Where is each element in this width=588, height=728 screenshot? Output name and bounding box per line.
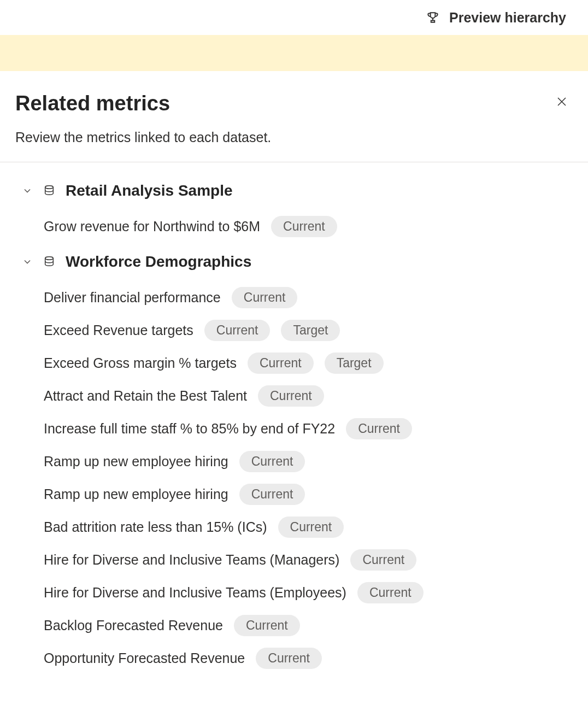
metric-label: Ramp up new employee hiring bbox=[44, 454, 228, 469]
metric-row: Backlog Forecasted Revenue Current bbox=[15, 614, 573, 637]
svg-point-0 bbox=[45, 186, 54, 189]
metric-label: Hire for Diverse and Inclusive Teams (Ma… bbox=[44, 552, 339, 568]
metric-row: Exceed Gross margin % targets Current Ta… bbox=[15, 351, 573, 374]
tag-current[interactable]: Current bbox=[232, 287, 298, 308]
metric-label: Exceed Revenue targets bbox=[44, 322, 193, 338]
metric-row: Ramp up new employee hiring Current bbox=[15, 450, 573, 473]
tag-current[interactable]: Current bbox=[346, 418, 412, 439]
notification-banner bbox=[0, 35, 588, 71]
preview-hierarchy-link[interactable]: Preview hierarchy bbox=[449, 10, 566, 26]
tag-current[interactable]: Current bbox=[357, 582, 424, 603]
metric-row: Opportunity Forecasted Revenue Current bbox=[15, 647, 573, 670]
chevron-down-icon bbox=[22, 256, 33, 267]
metric-label: Opportunity Forecasted Revenue bbox=[44, 650, 245, 666]
dataset-group: Retail Analysis Sample Grow revenue for … bbox=[15, 182, 573, 238]
dataset-header-retail[interactable]: Retail Analysis Sample bbox=[15, 182, 573, 199]
tag-current[interactable]: Current bbox=[258, 385, 324, 407]
dataset-group: Workforce Demographics Deliver financial… bbox=[15, 253, 573, 670]
database-icon bbox=[43, 255, 56, 268]
trophy-icon bbox=[425, 10, 440, 25]
metric-row: Hire for Diverse and Inclusive Teams (Em… bbox=[15, 581, 573, 604]
chevron-down-icon bbox=[22, 185, 33, 196]
tag-current[interactable]: Current bbox=[350, 549, 416, 571]
metric-row: Increase full time staff % to 85% by end… bbox=[15, 417, 573, 440]
dataset-name: Workforce Demographics bbox=[66, 253, 251, 271]
dataset-name: Retail Analysis Sample bbox=[66, 182, 233, 199]
metrics-body: Retail Analysis Sample Grow revenue for … bbox=[0, 162, 588, 670]
metric-label: Attract and Retain the Best Talent bbox=[44, 388, 247, 404]
tag-current[interactable]: Current bbox=[271, 216, 337, 237]
panel-header: Related metrics Review the metrics linke… bbox=[0, 71, 588, 162]
metric-label: Bad attrition rate less than 15% (ICs) bbox=[44, 519, 267, 535]
tag-target[interactable]: Target bbox=[325, 353, 384, 374]
metric-row: Grow revenue for Northwind to $6M Curren… bbox=[15, 215, 573, 238]
metric-label: Exceed Gross margin % targets bbox=[44, 355, 237, 371]
close-button[interactable] bbox=[554, 94, 569, 109]
metric-row: Hire for Diverse and Inclusive Teams (Ma… bbox=[15, 548, 573, 571]
metric-label: Hire for Diverse and Inclusive Teams (Em… bbox=[44, 585, 346, 601]
svg-point-1 bbox=[45, 257, 54, 260]
metric-row: Bad attrition rate less than 15% (ICs) C… bbox=[15, 515, 573, 538]
panel-title: Related metrics bbox=[15, 92, 573, 115]
tag-current[interactable]: Current bbox=[239, 484, 305, 505]
metric-row: Ramp up new employee hiring Current bbox=[15, 483, 573, 506]
metric-row: Exceed Revenue targets Current Target bbox=[15, 319, 573, 342]
metric-label: Increase full time staff % to 85% by end… bbox=[44, 421, 335, 437]
metric-row: Attract and Retain the Best Talent Curre… bbox=[15, 384, 573, 407]
metric-label: Ramp up new employee hiring bbox=[44, 486, 228, 502]
panel-subtitle: Review the metrics linked to each datase… bbox=[15, 130, 573, 145]
metric-label: Backlog Forecasted Revenue bbox=[44, 618, 223, 633]
tag-current[interactable]: Current bbox=[256, 648, 322, 669]
tag-current[interactable]: Current bbox=[248, 353, 314, 374]
database-icon bbox=[43, 184, 56, 197]
top-bar: Preview hierarchy bbox=[0, 0, 588, 35]
tag-current[interactable]: Current bbox=[278, 516, 344, 538]
metric-label: Grow revenue for Northwind to $6M bbox=[44, 219, 260, 234]
tag-target[interactable]: Target bbox=[281, 320, 340, 341]
tag-current[interactable]: Current bbox=[204, 320, 271, 341]
tag-current[interactable]: Current bbox=[239, 451, 305, 472]
tag-current[interactable]: Current bbox=[234, 615, 300, 636]
metric-row: Deliver financial performance Current bbox=[15, 286, 573, 309]
metric-label: Deliver financial performance bbox=[44, 290, 221, 306]
dataset-header-workforce[interactable]: Workforce Demographics bbox=[15, 253, 573, 271]
